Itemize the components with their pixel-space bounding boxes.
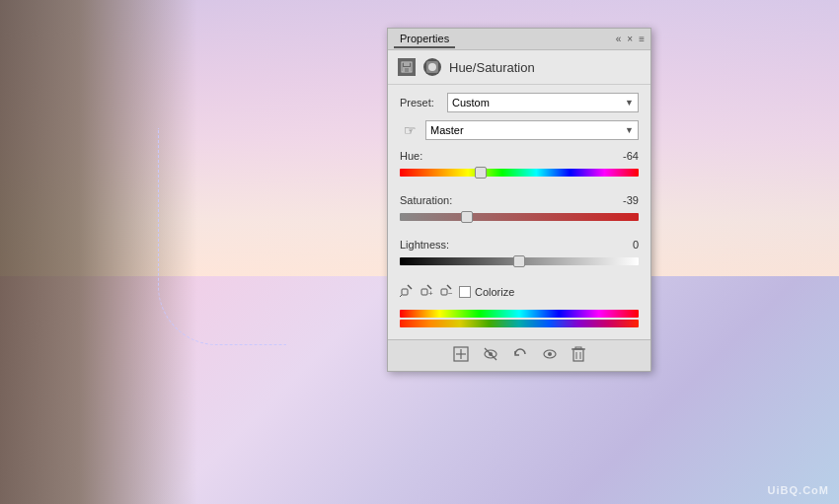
channel-select[interactable]: Master ▼ [425,120,639,140]
selection-marquee [158,128,286,345]
svg-rect-1 [404,62,410,66]
saturation-value: -39 [609,194,639,206]
close-icon[interactable]: × [627,35,633,44]
preset-value: Custom [452,97,490,108]
svg-rect-25 [575,347,581,349]
saturation-label: Saturation: [400,194,452,206]
saturation-slider-row: Saturation: -39 [400,194,639,225]
svg-rect-23 [573,349,583,361]
preset-row: Preset: Custom ▼ [400,93,639,112]
colorize-label: Colorize [475,286,514,298]
preset-label: Preset: [400,97,441,108]
titlebar-controls: « × ≡ [616,35,645,44]
svg-line-8 [400,295,402,297]
hue-track[interactable] [400,169,639,177]
delete-icon[interactable] [572,346,585,365]
hue-header: Hue: -64 [400,150,639,162]
saturation-header: Saturation: -39 [400,194,639,206]
eyedropper-subtract-icon[interactable]: − [439,283,453,300]
lightness-value: 0 [609,239,639,251]
svg-point-22 [548,352,552,356]
eyedropper-add-icon[interactable]: + [420,283,433,300]
saturation-track[interactable] [400,213,639,221]
eyedropper-row: + − Colorize [400,283,639,300]
panel-titlebar: Properties « × ≡ [388,29,650,50]
colorize-area: Colorize [459,286,514,298]
rainbow-color-bar [400,310,639,318]
saturation-thumb[interactable] [461,211,473,223]
lightness-thumb[interactable] [513,255,525,267]
eyedropper-icon[interactable] [400,283,414,300]
lightness-header: Lightness: 0 [400,239,639,251]
hue-thumb[interactable] [475,167,487,179]
panel-content: Preset: Custom ▼ ☞ Master ▼ Hue: -64 [388,85,650,339]
hue-label: Hue: [400,150,422,162]
undo-icon[interactable] [512,346,528,365]
channel-chevron-icon: ▼ [625,125,634,135]
collapse-icon[interactable]: « [616,35,622,44]
svg-point-5 [428,63,436,71]
tab-properties[interactable]: Properties [394,31,455,48]
preset-chevron-icon: ▼ [625,98,634,108]
colorize-checkbox[interactable] [459,286,471,298]
svg-line-6 [408,285,412,289]
svg-text:−: − [448,289,453,297]
visibility-toggle-icon[interactable] [483,346,498,365]
hue-slider-row: Hue: -64 [400,150,639,180]
channel-row: ☞ Master ▼ [400,120,639,140]
panel-header: Hue/Saturation [388,50,650,85]
svg-rect-7 [402,289,408,295]
svg-rect-3 [405,68,409,72]
lightness-track-container[interactable] [400,253,639,269]
properties-panel: Properties « × ≡ Hue/Saturation [387,28,651,372]
hue-value: -64 [609,150,639,162]
svg-text:+: + [428,289,433,297]
lightness-label: Lightness: [400,239,449,251]
result-color-bar [400,320,639,327]
svg-rect-10 [421,289,427,295]
adjustment-title: Hue/Saturation [449,60,535,75]
panel-tabs: Properties [394,31,455,48]
add-to-canvas-icon[interactable] [453,346,469,365]
menu-icon[interactable]: ≡ [639,35,645,44]
panel-toolbar [388,339,650,371]
svg-rect-13 [441,289,447,295]
hand-icon[interactable]: ☞ [400,122,420,138]
channel-value: Master [430,124,464,136]
save-icon[interactable] [398,58,416,76]
preset-select[interactable]: Custom ▼ [447,93,639,112]
hue-track-container[interactable] [400,165,639,180]
saturation-track-container[interactable] [400,209,639,225]
lightness-slider-row: Lightness: 0 [400,239,639,269]
eye-icon[interactable] [542,346,558,365]
watermark: UiBQ.CoM [768,484,829,496]
color-bars [400,310,639,327]
lightness-track[interactable] [400,257,639,265]
layer-mask-icon[interactable] [423,58,441,76]
